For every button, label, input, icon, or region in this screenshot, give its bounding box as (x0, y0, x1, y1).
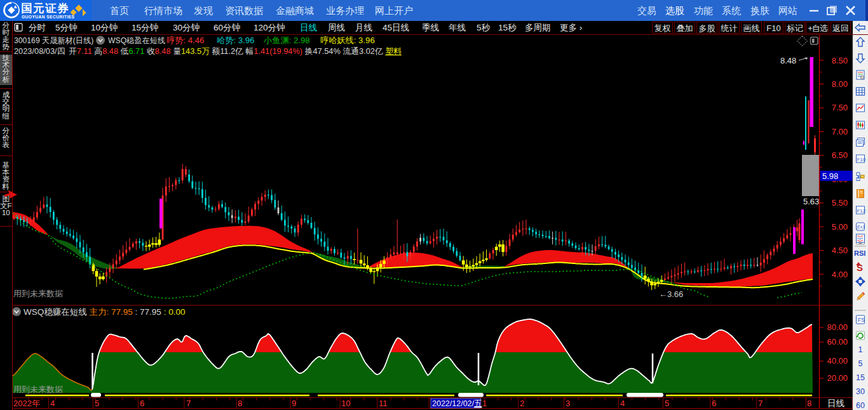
svg-text:5.63: 5.63 (803, 197, 819, 206)
svg-text:日线: 日线 (827, 399, 844, 408)
svg-text:5.50: 5.50 (832, 198, 848, 208)
svg-text:7.50: 7.50 (832, 103, 848, 112)
svg-text:4.50: 4.50 (832, 246, 848, 255)
svg-text:用到未来数据: 用到未来数据 (13, 289, 63, 298)
svg-text:1: 1 (482, 399, 487, 408)
svg-text:哈势: 3.96: 哈势: 3.96 (217, 36, 254, 45)
svg-text:8: 8 (238, 399, 242, 408)
svg-text:4: 4 (620, 399, 625, 408)
svg-text:7: 7 (758, 399, 763, 408)
svg-text:20.00: 20.00 (827, 373, 848, 383)
svg-text:8: 8 (807, 399, 811, 408)
svg-text:3: 3 (566, 399, 570, 408)
svg-text:←3.66: ←3.66 (659, 289, 683, 299)
svg-text:哼势: 4.46: 哼势: 4.46 (166, 36, 204, 45)
svg-text:WSQ稳赚在短线 主力: 77.95 : 77.95 : 0: WSQ稳赚在短线 主力: 77.95 : 77.95 : 0.00 (24, 307, 185, 317)
svg-text:5.98: 5.98 (822, 171, 838, 181)
svg-text:60.00: 60.00 (827, 337, 848, 347)
svg-text:6: 6 (140, 399, 144, 408)
svg-text:小鱼渊: 2.98: 小鱼渊: 2.98 (263, 36, 310, 45)
svg-text:2: 2 (520, 399, 524, 408)
svg-text:40.00: 40.00 (827, 356, 848, 366)
svg-text:8.48: 8.48 (780, 56, 796, 65)
svg-text:300169 天晟新材(日线): 300169 天晟新材(日线) (14, 36, 93, 45)
svg-text:9: 9 (292, 399, 296, 408)
svg-text:6: 6 (712, 399, 716, 408)
svg-text:11: 11 (379, 399, 388, 408)
svg-text:10: 10 (341, 399, 350, 408)
svg-text:GUOYUAN SECURITIES: GUOYUAN SECURITIES (22, 15, 75, 19)
svg-text:4.00: 4.00 (832, 270, 848, 279)
svg-text:5.00: 5.00 (832, 222, 848, 232)
svg-text:2023/08/03/四: 2023/08/03/四 (14, 46, 65, 56)
svg-text:7.00: 7.00 (832, 127, 848, 136)
svg-text:8.00: 8.00 (832, 79, 848, 89)
svg-text:2022年: 2022年 (13, 399, 40, 408)
svg-text:国元证券: 国元证券 (21, 2, 69, 15)
svg-text:用到未来数据: 用到未来数据 (13, 385, 63, 394)
svg-text:开7.11 高8.48 低6.71 收8.48 量143.5: 开7.11 高8.48 低6.71 收8.48 量143.5万 额11.2亿 幅… (69, 46, 402, 56)
svg-text:5: 5 (665, 399, 669, 408)
svg-text:WSQ稳盈在短线: WSQ稳盈在短线 (108, 36, 165, 45)
svg-text:哼哈妖线: 3.96: 哼哈妖线: 3.96 (320, 36, 375, 45)
svg-text:4: 4 (50, 399, 55, 408)
svg-text:80.00: 80.00 (827, 322, 848, 332)
svg-text:5: 5 (95, 399, 99, 408)
svg-text:8.50: 8.50 (832, 56, 848, 65)
svg-text:6.50: 6.50 (832, 150, 848, 160)
svg-text:2022/12/02/五: 2022/12/02/五 (432, 399, 482, 408)
svg-text:7: 7 (186, 399, 191, 408)
